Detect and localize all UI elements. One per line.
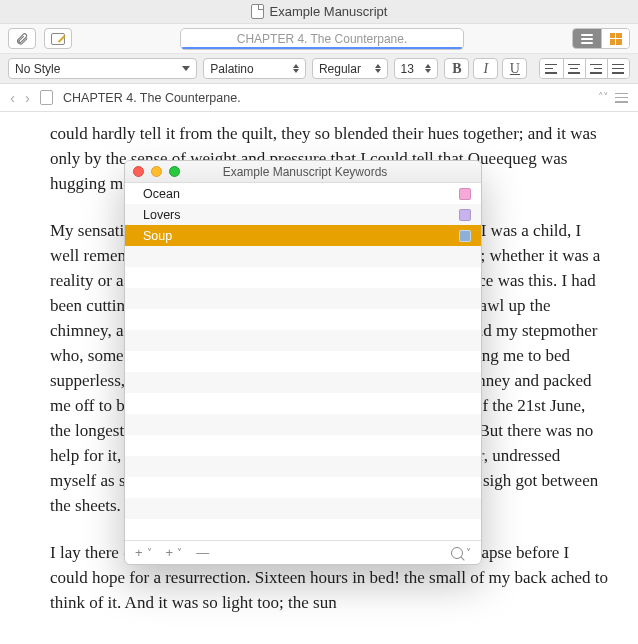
toolbar-main: CHAPTER 4. The Counterpane. xyxy=(0,24,638,54)
empty-row xyxy=(125,330,481,351)
compose-icon xyxy=(51,33,65,45)
align-justify-icon xyxy=(612,64,624,74)
paperclip-icon xyxy=(15,32,29,46)
corkboard-icon xyxy=(610,33,622,45)
empty-row xyxy=(125,519,481,540)
align-right-button[interactable] xyxy=(585,59,607,78)
keyword-row[interactable]: Ocean xyxy=(125,183,481,204)
empty-row xyxy=(125,288,481,309)
weight-select-value: Regular xyxy=(319,62,361,76)
font-select[interactable]: Palatino xyxy=(203,58,306,79)
empty-row xyxy=(125,477,481,498)
keyword-row[interactable]: Lovers xyxy=(125,204,481,225)
nav-back-button[interactable]: ‹ xyxy=(10,89,15,106)
empty-row xyxy=(125,435,481,456)
color-swatch xyxy=(459,188,471,200)
toolbar-format: No Style Palatino Regular 13 B I U xyxy=(0,54,638,84)
document-header-bar: ‹ › CHAPTER 4. The Counterpane. ˄ ˅ xyxy=(0,84,638,112)
align-center-button[interactable] xyxy=(563,59,585,78)
panel-footer: +˅ +˅ — ˅ xyxy=(125,540,481,564)
panel-title: Example Manuscript Keywords xyxy=(137,165,473,179)
stepper-icon xyxy=(375,64,381,73)
keywords-list[interactable]: OceanLoversSoup xyxy=(125,183,481,540)
search-icon xyxy=(451,547,463,559)
compose-button[interactable] xyxy=(44,28,72,49)
chevron-down-icon: ˅ xyxy=(466,547,471,558)
breadcrumb-title: CHAPTER 4. The Counterpane. xyxy=(63,91,241,105)
align-right-icon xyxy=(590,64,602,74)
prev-next-buttons[interactable]: ˄ ˅ xyxy=(598,91,607,104)
attach-button[interactable] xyxy=(8,28,36,49)
empty-row xyxy=(125,498,481,519)
keyword-row[interactable]: Soup xyxy=(125,225,481,246)
empty-row xyxy=(125,456,481,477)
weight-select[interactable]: Regular xyxy=(312,58,388,79)
text-style-group: B I U xyxy=(444,58,527,79)
document-icon xyxy=(251,4,264,19)
empty-row xyxy=(125,246,481,267)
panel-titlebar[interactable]: Example Manuscript Keywords xyxy=(125,161,481,183)
text-view-icon xyxy=(581,34,593,44)
nav-forward-button[interactable]: › xyxy=(25,89,30,106)
alignment-group xyxy=(539,58,630,79)
empty-row xyxy=(125,372,481,393)
tab-label: CHAPTER 4. The Counterpane. xyxy=(237,32,408,46)
view-mode-segmented xyxy=(572,28,630,49)
keywords-panel: Example Manuscript Keywords OceanLoversS… xyxy=(124,160,482,565)
add-child-keyword-group[interactable]: +˅ xyxy=(166,545,183,560)
view-mode-text[interactable] xyxy=(573,29,601,48)
color-swatch xyxy=(459,209,471,221)
align-justify-button[interactable] xyxy=(607,59,629,78)
style-select[interactable]: No Style xyxy=(8,58,197,79)
align-left-button[interactable] xyxy=(540,59,562,78)
chevron-down-icon xyxy=(182,66,190,71)
keyword-search[interactable]: ˅ xyxy=(451,547,471,559)
size-select-value: 13 xyxy=(401,62,414,76)
document-tab[interactable]: CHAPTER 4. The Counterpane. xyxy=(180,28,464,50)
window-title: Example Manuscript xyxy=(270,4,388,19)
window-titlebar: Example Manuscript xyxy=(0,0,638,24)
remove-keyword-button[interactable]: — xyxy=(196,545,209,560)
empty-row xyxy=(125,309,481,330)
align-center-icon xyxy=(568,64,580,74)
align-left-icon xyxy=(545,64,557,74)
font-select-value: Palatino xyxy=(210,62,253,76)
page-icon xyxy=(40,90,53,105)
bold-button[interactable]: B xyxy=(444,58,469,79)
stepper-icon xyxy=(293,64,299,73)
keyword-label: Lovers xyxy=(143,208,181,222)
empty-row xyxy=(125,393,481,414)
underline-button[interactable]: U xyxy=(502,58,527,79)
size-select[interactable]: 13 xyxy=(394,58,439,79)
add-keyword-group[interactable]: +˅ xyxy=(135,545,152,560)
outline-toggle-button[interactable] xyxy=(615,93,628,103)
color-swatch xyxy=(459,230,471,242)
keyword-label: Soup xyxy=(143,229,172,243)
empty-row xyxy=(125,351,481,372)
view-mode-cork[interactable] xyxy=(601,29,629,48)
stepper-icon xyxy=(425,64,431,73)
empty-row xyxy=(125,267,481,288)
empty-row xyxy=(125,414,481,435)
keyword-label: Ocean xyxy=(143,187,180,201)
italic-button[interactable]: I xyxy=(473,58,498,79)
style-select-value: No Style xyxy=(15,62,60,76)
